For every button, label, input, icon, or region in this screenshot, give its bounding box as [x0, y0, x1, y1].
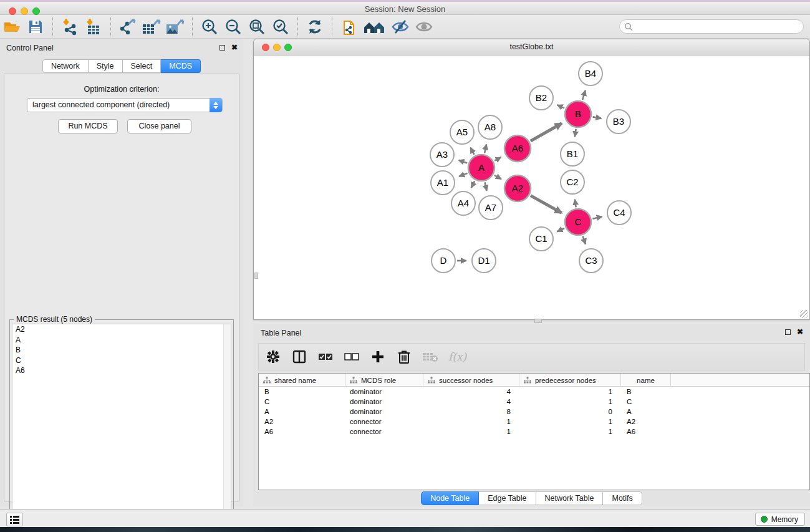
edge-A2-C[interactable] — [531, 196, 562, 213]
show-column-icon[interactable] — [291, 347, 307, 366]
result-item[interactable]: A6 — [12, 365, 231, 376]
apply-layout-icon[interactable] — [304, 17, 325, 37]
edge-A-A5[interactable] — [470, 148, 474, 155]
edge-A6-B[interactable] — [531, 123, 562, 141]
control-panel-title: Control Panel — [6, 44, 54, 52]
splitter-grip[interactable] — [254, 273, 258, 279]
edge-C-C2[interactable] — [575, 200, 576, 208]
show-all-icon[interactable] — [413, 17, 435, 37]
zoom-fit-icon[interactable] — [246, 17, 268, 37]
add-column-icon[interactable] — [370, 347, 386, 366]
resize-grip[interactable] — [800, 310, 808, 318]
result-item[interactable]: B — [12, 345, 231, 355]
table-cell: dominator — [350, 387, 382, 397]
mcds-result-title: MCDS result (5 nodes) — [14, 315, 95, 324]
delete-column-icon[interactable] — [396, 347, 412, 366]
node-label-B2: B2 — [536, 92, 547, 103]
network-window-titlebar[interactable]: testGlobe.txt — [254, 39, 809, 56]
new-network-from-selection-icon[interactable] — [339, 17, 360, 37]
edge-C-C3[interactable] — [583, 236, 586, 244]
float-panel-icon[interactable] — [785, 329, 791, 335]
table-row[interactable]: Adominator80A — [259, 407, 809, 417]
column-header-successor-nodes[interactable]: successor nodes — [423, 374, 519, 387]
node-label-C4: C4 — [613, 207, 625, 218]
memory-button[interactable]: Memory — [755, 513, 805, 526]
table-cell: A — [627, 407, 632, 417]
edge-C-C1[interactable] — [557, 228, 564, 231]
edge-A-A3[interactable] — [459, 160, 468, 163]
table-options-icon[interactable] — [265, 347, 281, 366]
edge-B-B2[interactable] — [557, 105, 564, 108]
column-header-shared-name[interactable]: shared name — [259, 374, 345, 387]
hide-selected-icon[interactable] — [390, 17, 411, 37]
main-toolbar — [0, 15, 810, 39]
toolbar-separator — [332, 17, 332, 36]
status-bar: Memory — [0, 509, 810, 527]
table-cell: A2 — [627, 417, 635, 427]
tab-network[interactable]: Network — [42, 59, 89, 73]
run-mcds-button[interactable]: Run MCDS — [58, 119, 118, 133]
result-item[interactable]: A — [12, 335, 231, 346]
control-panel-header: Control Panel ✖ — [0, 39, 243, 57]
table-cell: A — [264, 407, 269, 417]
edge-B-B1[interactable] — [575, 129, 576, 137]
tab-edge-table[interactable]: Edge Table — [479, 491, 536, 505]
edge-A-A4[interactable] — [471, 181, 475, 188]
tab-style[interactable]: Style — [89, 59, 123, 73]
network-window-title: testGlobe.txt — [254, 42, 809, 51]
close-panel-button[interactable]: Close panel — [127, 119, 191, 133]
network-canvas[interactable]: AA6A2BCA5A8A3A1A4A7B4B2B3B1C2C4C1C3DD1 — [254, 56, 809, 319]
tab-select[interactable]: Select — [123, 59, 162, 73]
table-row[interactable]: Cdominator41C — [259, 397, 809, 407]
result-item[interactable]: A2 — [12, 324, 231, 335]
export-table-icon[interactable] — [141, 17, 162, 37]
export-network-icon[interactable] — [117, 17, 138, 37]
node-label-A6: A6 — [512, 143, 523, 153]
zoom-selected-icon[interactable] — [270, 17, 291, 37]
import-table-icon[interactable] — [83, 17, 104, 37]
table-toolbar: f(x) — [258, 343, 805, 370]
column-header-predecessor-nodes[interactable]: predecessor nodes — [519, 374, 621, 387]
result-item[interactable]: C — [12, 355, 231, 366]
edge-A-A6[interactable] — [494, 157, 501, 161]
float-panel-icon[interactable] — [219, 45, 225, 51]
edge-B-B4[interactable] — [582, 90, 586, 100]
column-header-MCDS-role[interactable]: MCDS role — [345, 374, 423, 387]
table-header-row: shared nameMCDS rolesuccessor nodesprede… — [259, 374, 809, 387]
search-input[interactable] — [633, 21, 798, 32]
table-cell: connector — [350, 417, 382, 427]
close-panel-icon[interactable]: ✖ — [797, 327, 803, 336]
task-history-button[interactable] — [6, 513, 23, 526]
close-panel-icon[interactable]: ✖ — [231, 43, 238, 52]
table-cell: 1 — [519, 427, 612, 437]
result-scrollbar[interactable] — [223, 324, 231, 528]
zoom-out-icon[interactable] — [223, 17, 244, 37]
first-neighbors-icon[interactable] — [362, 17, 387, 37]
edge-A-A8[interactable] — [485, 144, 486, 153]
column-header-name[interactable]: name — [621, 374, 671, 387]
tab-node-table[interactable]: Node Table — [421, 491, 479, 505]
select-all-icon[interactable] — [317, 347, 334, 366]
column-header-label: successor nodes — [439, 377, 493, 384]
export-image-icon[interactable] — [165, 17, 186, 37]
table-row[interactable]: A6connector11A6 — [259, 427, 809, 437]
table-row[interactable]: A2connector11A2 — [259, 417, 809, 427]
splitter-grip[interactable] — [534, 319, 542, 323]
table-row[interactable]: Bdominator41B — [259, 387, 809, 397]
edge-B-B3[interactable] — [593, 117, 602, 118]
zoom-in-icon[interactable] — [199, 17, 220, 37]
deselect-all-icon[interactable] — [344, 347, 360, 366]
save-session-icon[interactable] — [25, 17, 46, 37]
tab-network-table[interactable]: Network Table — [536, 491, 604, 505]
import-network-icon[interactable] — [59, 17, 80, 37]
edge-A-A1[interactable] — [459, 173, 468, 177]
edge-A-A2[interactable] — [494, 175, 501, 179]
node-label-A8: A8 — [485, 122, 496, 132]
edge-C-C4[interactable] — [592, 216, 602, 218]
tab-motifs[interactable]: Motifs — [603, 491, 642, 505]
edge-A-A7[interactable] — [485, 182, 486, 190]
table-cell: 0 — [519, 407, 612, 417]
criterion-dropdown[interactable]: largest connected component (directed) — [27, 98, 223, 112]
tab-mcds[interactable]: MCDS — [161, 59, 201, 73]
open-session-icon[interactable] — [1, 17, 22, 37]
